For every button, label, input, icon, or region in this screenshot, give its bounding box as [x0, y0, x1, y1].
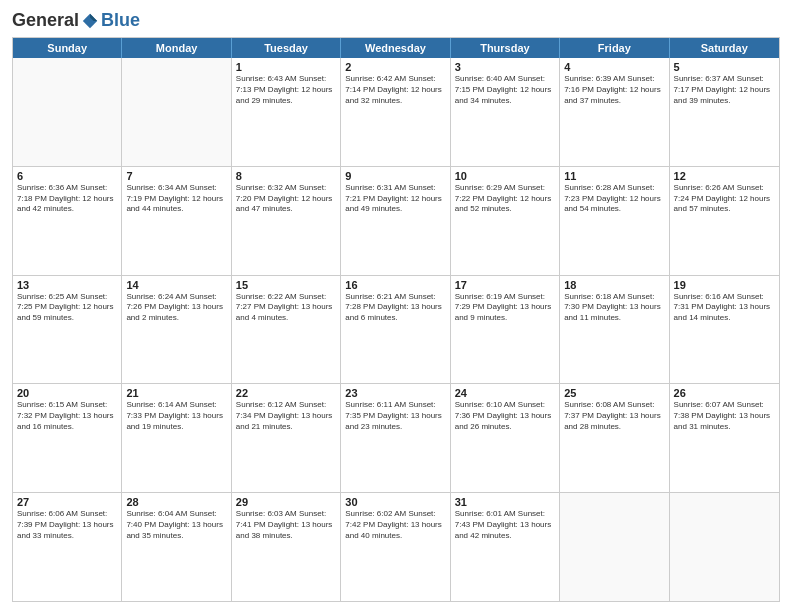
- calendar-day-17: 17Sunrise: 6:19 AM Sunset: 7:29 PM Dayli…: [451, 276, 560, 384]
- day-info: Sunrise: 6:11 AM Sunset: 7:35 PM Dayligh…: [345, 400, 445, 432]
- day-info: Sunrise: 6:31 AM Sunset: 7:21 PM Dayligh…: [345, 183, 445, 215]
- day-info: Sunrise: 6:22 AM Sunset: 7:27 PM Dayligh…: [236, 292, 336, 324]
- calendar-day-23: 23Sunrise: 6:11 AM Sunset: 7:35 PM Dayli…: [341, 384, 450, 492]
- day-info: Sunrise: 6:16 AM Sunset: 7:31 PM Dayligh…: [674, 292, 775, 324]
- calendar-day-10: 10Sunrise: 6:29 AM Sunset: 7:22 PM Dayli…: [451, 167, 560, 275]
- day-number: 8: [236, 170, 336, 182]
- calendar-day-31: 31Sunrise: 6:01 AM Sunset: 7:43 PM Dayli…: [451, 493, 560, 601]
- weekday-header-thursday: Thursday: [451, 38, 560, 58]
- day-number: 11: [564, 170, 664, 182]
- calendar-day-6: 6Sunrise: 6:36 AM Sunset: 7:18 PM Daylig…: [13, 167, 122, 275]
- calendar-day-15: 15Sunrise: 6:22 AM Sunset: 7:27 PM Dayli…: [232, 276, 341, 384]
- calendar-day-19: 19Sunrise: 6:16 AM Sunset: 7:31 PM Dayli…: [670, 276, 779, 384]
- day-number: 14: [126, 279, 226, 291]
- day-info: Sunrise: 6:37 AM Sunset: 7:17 PM Dayligh…: [674, 74, 775, 106]
- calendar-empty-cell: [13, 58, 122, 166]
- calendar-row-1: 1Sunrise: 6:43 AM Sunset: 7:13 PM Daylig…: [13, 58, 779, 166]
- day-info: Sunrise: 6:32 AM Sunset: 7:20 PM Dayligh…: [236, 183, 336, 215]
- calendar-row-5: 27Sunrise: 6:06 AM Sunset: 7:39 PM Dayli…: [13, 492, 779, 601]
- day-number: 3: [455, 61, 555, 73]
- weekday-header-wednesday: Wednesday: [341, 38, 450, 58]
- weekday-header-saturday: Saturday: [670, 38, 779, 58]
- calendar-day-5: 5Sunrise: 6:37 AM Sunset: 7:17 PM Daylig…: [670, 58, 779, 166]
- calendar-empty-cell: [670, 493, 779, 601]
- day-info: Sunrise: 6:34 AM Sunset: 7:19 PM Dayligh…: [126, 183, 226, 215]
- calendar-day-30: 30Sunrise: 6:02 AM Sunset: 7:42 PM Dayli…: [341, 493, 450, 601]
- calendar-day-21: 21Sunrise: 6:14 AM Sunset: 7:33 PM Dayli…: [122, 384, 231, 492]
- day-info: Sunrise: 6:24 AM Sunset: 7:26 PM Dayligh…: [126, 292, 226, 324]
- day-number: 21: [126, 387, 226, 399]
- calendar-day-22: 22Sunrise: 6:12 AM Sunset: 7:34 PM Dayli…: [232, 384, 341, 492]
- calendar-day-24: 24Sunrise: 6:10 AM Sunset: 7:36 PM Dayli…: [451, 384, 560, 492]
- day-info: Sunrise: 6:01 AM Sunset: 7:43 PM Dayligh…: [455, 509, 555, 541]
- day-number: 2: [345, 61, 445, 73]
- calendar-day-16: 16Sunrise: 6:21 AM Sunset: 7:28 PM Dayli…: [341, 276, 450, 384]
- calendar-day-3: 3Sunrise: 6:40 AM Sunset: 7:15 PM Daylig…: [451, 58, 560, 166]
- day-info: Sunrise: 6:14 AM Sunset: 7:33 PM Dayligh…: [126, 400, 226, 432]
- day-info: Sunrise: 6:43 AM Sunset: 7:13 PM Dayligh…: [236, 74, 336, 106]
- day-number: 15: [236, 279, 336, 291]
- calendar-day-14: 14Sunrise: 6:24 AM Sunset: 7:26 PM Dayli…: [122, 276, 231, 384]
- day-number: 26: [674, 387, 775, 399]
- day-number: 13: [17, 279, 117, 291]
- day-number: 18: [564, 279, 664, 291]
- day-number: 25: [564, 387, 664, 399]
- day-info: Sunrise: 6:02 AM Sunset: 7:42 PM Dayligh…: [345, 509, 445, 541]
- calendar-day-1: 1Sunrise: 6:43 AM Sunset: 7:13 PM Daylig…: [232, 58, 341, 166]
- day-number: 19: [674, 279, 775, 291]
- day-info: Sunrise: 6:39 AM Sunset: 7:16 PM Dayligh…: [564, 74, 664, 106]
- day-info: Sunrise: 6:08 AM Sunset: 7:37 PM Dayligh…: [564, 400, 664, 432]
- day-number: 31: [455, 496, 555, 508]
- day-info: Sunrise: 6:06 AM Sunset: 7:39 PM Dayligh…: [17, 509, 117, 541]
- day-info: Sunrise: 6:21 AM Sunset: 7:28 PM Dayligh…: [345, 292, 445, 324]
- day-number: 9: [345, 170, 445, 182]
- calendar-empty-cell: [560, 493, 669, 601]
- day-info: Sunrise: 6:12 AM Sunset: 7:34 PM Dayligh…: [236, 400, 336, 432]
- calendar-day-11: 11Sunrise: 6:28 AM Sunset: 7:23 PM Dayli…: [560, 167, 669, 275]
- calendar-row-3: 13Sunrise: 6:25 AM Sunset: 7:25 PM Dayli…: [13, 275, 779, 384]
- calendar-empty-cell: [122, 58, 231, 166]
- day-info: Sunrise: 6:29 AM Sunset: 7:22 PM Dayligh…: [455, 183, 555, 215]
- day-number: 27: [17, 496, 117, 508]
- calendar-day-18: 18Sunrise: 6:18 AM Sunset: 7:30 PM Dayli…: [560, 276, 669, 384]
- day-number: 7: [126, 170, 226, 182]
- day-number: 16: [345, 279, 445, 291]
- day-number: 17: [455, 279, 555, 291]
- day-number: 30: [345, 496, 445, 508]
- calendar-body: 1Sunrise: 6:43 AM Sunset: 7:13 PM Daylig…: [13, 58, 779, 601]
- day-info: Sunrise: 6:03 AM Sunset: 7:41 PM Dayligh…: [236, 509, 336, 541]
- day-info: Sunrise: 6:18 AM Sunset: 7:30 PM Dayligh…: [564, 292, 664, 324]
- day-info: Sunrise: 6:26 AM Sunset: 7:24 PM Dayligh…: [674, 183, 775, 215]
- calendar-row-4: 20Sunrise: 6:15 AM Sunset: 7:32 PM Dayli…: [13, 383, 779, 492]
- day-info: Sunrise: 6:36 AM Sunset: 7:18 PM Dayligh…: [17, 183, 117, 215]
- day-info: Sunrise: 6:10 AM Sunset: 7:36 PM Dayligh…: [455, 400, 555, 432]
- day-info: Sunrise: 6:40 AM Sunset: 7:15 PM Dayligh…: [455, 74, 555, 106]
- day-number: 6: [17, 170, 117, 182]
- day-info: Sunrise: 6:07 AM Sunset: 7:38 PM Dayligh…: [674, 400, 775, 432]
- weekday-header-sunday: Sunday: [13, 38, 122, 58]
- calendar-day-13: 13Sunrise: 6:25 AM Sunset: 7:25 PM Dayli…: [13, 276, 122, 384]
- calendar-day-26: 26Sunrise: 6:07 AM Sunset: 7:38 PM Dayli…: [670, 384, 779, 492]
- calendar-day-7: 7Sunrise: 6:34 AM Sunset: 7:19 PM Daylig…: [122, 167, 231, 275]
- day-info: Sunrise: 6:42 AM Sunset: 7:14 PM Dayligh…: [345, 74, 445, 106]
- day-info: Sunrise: 6:15 AM Sunset: 7:32 PM Dayligh…: [17, 400, 117, 432]
- calendar-day-2: 2Sunrise: 6:42 AM Sunset: 7:14 PM Daylig…: [341, 58, 450, 166]
- calendar-row-2: 6Sunrise: 6:36 AM Sunset: 7:18 PM Daylig…: [13, 166, 779, 275]
- calendar: SundayMondayTuesdayWednesdayThursdayFrid…: [12, 37, 780, 602]
- day-number: 23: [345, 387, 445, 399]
- day-number: 20: [17, 387, 117, 399]
- day-info: Sunrise: 6:04 AM Sunset: 7:40 PM Dayligh…: [126, 509, 226, 541]
- day-number: 24: [455, 387, 555, 399]
- day-number: 28: [126, 496, 226, 508]
- calendar-day-9: 9Sunrise: 6:31 AM Sunset: 7:21 PM Daylig…: [341, 167, 450, 275]
- day-info: Sunrise: 6:25 AM Sunset: 7:25 PM Dayligh…: [17, 292, 117, 324]
- day-number: 5: [674, 61, 775, 73]
- day-info: Sunrise: 6:28 AM Sunset: 7:23 PM Dayligh…: [564, 183, 664, 215]
- logo: GeneralBlue: [12, 10, 140, 31]
- calendar-day-25: 25Sunrise: 6:08 AM Sunset: 7:37 PM Dayli…: [560, 384, 669, 492]
- day-info: Sunrise: 6:19 AM Sunset: 7:29 PM Dayligh…: [455, 292, 555, 324]
- calendar-day-20: 20Sunrise: 6:15 AM Sunset: 7:32 PM Dayli…: [13, 384, 122, 492]
- page-header: GeneralBlue: [12, 10, 780, 31]
- weekday-header-monday: Monday: [122, 38, 231, 58]
- calendar-day-12: 12Sunrise: 6:26 AM Sunset: 7:24 PM Dayli…: [670, 167, 779, 275]
